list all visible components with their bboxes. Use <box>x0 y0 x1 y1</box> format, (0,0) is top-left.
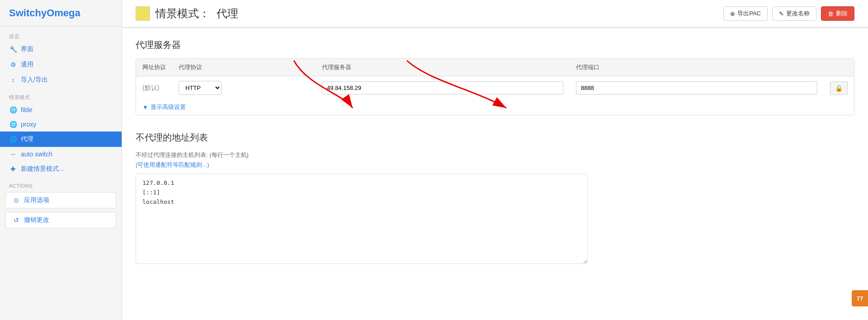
sidebar-filde-label: filde <box>21 106 33 113</box>
sidebar-general-label: 通用 <box>21 61 33 69</box>
port-cell <box>570 76 824 100</box>
sidebar-import-label: 导入/导出 <box>21 76 48 84</box>
profile-color-icon <box>136 6 150 21</box>
apply-icon: ⊙ <box>12 197 20 204</box>
sidebar-proxy-label: proxy <box>21 121 36 128</box>
sidebar: SwitchyOmega 设定 🔧 界面 ⚙ 通用 ↕ 导入/导出 情景模式 🌐… <box>0 0 122 320</box>
apply-button[interactable]: ⊙ 应用选项 <box>5 192 116 208</box>
sidebar-item-proxy[interactable]: 🌐 proxy <box>0 117 122 132</box>
sidebar-interface-label: 界面 <box>21 45 33 53</box>
server-cell <box>316 76 570 100</box>
protocol-cell: HTTP HTTPS SOCKS4 SOCKS5 <box>172 76 316 100</box>
float-badge: 77 <box>852 290 868 306</box>
protocol-select[interactable]: HTTP HTTPS SOCKS4 SOCKS5 <box>179 81 222 95</box>
sidebar-apply-label: 应用选项 <box>24 196 49 204</box>
col-proxy-protocol: 代理协议 <box>172 59 316 76</box>
no-proxy-textarea[interactable]: 127.0.0.1 [::1] localhost <box>136 174 588 264</box>
wrench-icon: 🔧 <box>9 46 17 53</box>
proxy-table-container: 网址协议 代理协议 代理服务器 代理端口 (默认) <box>136 58 854 119</box>
main-panel: 情景模式： 代理 ⊕ 导出PAC ✎ 更改名称 🗑 删除 代理服务器 <box>122 0 868 320</box>
sidebar-new-profile-label: 新建情景模式... <box>21 165 64 173</box>
no-proxy-description: 不经过代理连接的主机列表: (每行一个主机) <box>136 151 854 159</box>
settings-section-label: 设定 <box>0 27 122 42</box>
revert-button[interactable]: ↺ 撤销更改 <box>5 212 116 228</box>
globe-filde-icon: 🌐 <box>9 106 17 113</box>
wildcard-link[interactable]: (可使用通配符等匹配规则...) <box>136 161 209 169</box>
edit-icon: ✎ <box>779 10 784 17</box>
proxy-table-wrapper: 网址协议 代理协议 代理服务器 代理端口 (默认) <box>136 58 854 115</box>
sidebar-item-active[interactable]: 🌐 代理 <box>0 132 122 147</box>
sidebar-item-new-profile[interactable]: ✚ 新建情景模式... <box>0 161 122 177</box>
rename-button[interactable]: ✎ 更改名称 <box>772 6 816 21</box>
export-pac-button[interactable]: ⊕ 导出PAC <box>723 6 768 21</box>
col-url-protocol: 网址协议 <box>136 59 172 76</box>
proxy-table: 网址协议 代理协议 代理服务器 代理端口 (默认) <box>136 59 854 99</box>
import-icon: ↕ <box>9 76 17 84</box>
delete-button[interactable]: 🗑 删除 <box>821 6 854 21</box>
col-proxy-port: 代理端口 <box>570 59 824 76</box>
content-area: 代理服务器 网址协议 代理协议 代理服务器 代理端口 <box>122 28 868 320</box>
server-input[interactable] <box>322 81 563 94</box>
profiles-section-label: 情景模式 <box>0 88 122 103</box>
sidebar-revert-label: 撤销更改 <box>24 216 49 224</box>
sidebar-item-import-export[interactable]: ↕ 导入/导出 <box>0 72 122 88</box>
sidebar-active-label: 代理 <box>21 135 33 143</box>
sidebar-auto-switch-label: auto switch <box>21 151 52 158</box>
port-input[interactable] <box>576 81 817 94</box>
sidebar-item-general[interactable]: ⚙ 通用 <box>0 57 122 72</box>
proxy-server-title: 代理服务器 <box>136 39 854 51</box>
auto-switch-icon: ↔ <box>9 151 17 158</box>
trash-icon: 🗑 <box>828 10 834 17</box>
globe-active-icon: 🌐 <box>9 136 17 143</box>
lock-cell: 🔒 <box>824 76 854 100</box>
page-header: 情景模式： 代理 ⊕ 导出PAC ✎ 更改名称 🗑 删除 <box>122 0 868 28</box>
actions-section-label: ACTIONS <box>0 177 122 190</box>
app-logo: SwitchyOmega <box>0 0 122 27</box>
sidebar-item-auto-switch[interactable]: ↔ auto switch <box>0 147 122 161</box>
revert-icon: ↺ <box>12 216 20 224</box>
default-label: (默认) <box>136 76 172 100</box>
advanced-settings-link[interactable]: ▼ 显示高级设置 <box>136 99 192 115</box>
lock-button[interactable]: 🔒 <box>830 81 848 95</box>
page-title: 情景模式： 代理 <box>156 6 238 21</box>
export-icon: ⊕ <box>730 10 735 17</box>
no-proxy-title: 不代理的地址列表 <box>136 132 854 144</box>
header-actions: ⊕ 导出PAC ✎ 更改名称 🗑 删除 <box>723 6 854 21</box>
no-proxy-section: 不代理的地址列表 不经过代理连接的主机列表: (每行一个主机) (可使用通配符等… <box>136 132 854 265</box>
sidebar-item-filde[interactable]: 🌐 filde <box>0 103 122 117</box>
plus-icon: ✚ <box>9 165 17 173</box>
globe-proxy-icon: 🌐 <box>9 121 17 128</box>
proxy-server-section: 代理服务器 网址协议 代理协议 代理服务器 代理端口 <box>136 39 854 119</box>
gear-icon: ⚙ <box>9 61 17 68</box>
chevron-down-icon: ▼ <box>142 104 148 111</box>
col-proxy-server: 代理服务器 <box>316 59 570 76</box>
proxy-row-default: (默认) HTTP HTTPS SOCKS4 SOCKS5 <box>136 76 854 100</box>
sidebar-item-interface[interactable]: 🔧 界面 <box>0 42 122 57</box>
